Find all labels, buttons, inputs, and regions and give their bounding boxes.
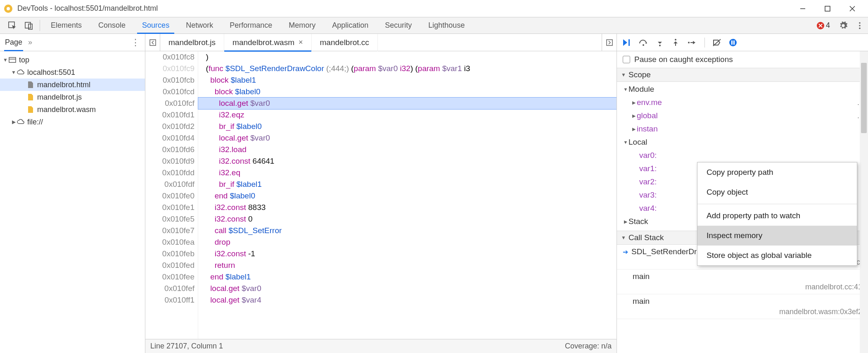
code-line: br_if $label0 bbox=[198, 121, 617, 132]
step-over-icon[interactable] bbox=[638, 38, 648, 47]
current-frame-icon: ➔ bbox=[623, 248, 628, 256]
cursor-position: Line 27107, Column 1 bbox=[150, 342, 223, 351]
gutter-address[interactable]: 0x010fe7 bbox=[149, 225, 194, 236]
scope-module-item[interactable]: ▶global… bbox=[617, 109, 868, 122]
tree-host[interactable]: ▼localhost:5501 bbox=[0, 66, 145, 79]
file-tab-js[interactable]: mandelbrot.js bbox=[160, 34, 224, 51]
gutter-address[interactable]: 0x010fdf bbox=[149, 179, 194, 190]
pause-exceptions-icon[interactable] bbox=[729, 38, 737, 47]
scope-local-item[interactable]: var0: bbox=[617, 149, 868, 162]
tab-sources[interactable]: Sources bbox=[134, 17, 178, 33]
gutter-address[interactable]: 0x010fd1 bbox=[149, 109, 194, 121]
callstack-frame[interactable]: mainmandelbrot.cc:41 bbox=[617, 270, 868, 294]
tree-top[interactable]: ▼top bbox=[0, 54, 145, 66]
context-menu-item[interactable]: Add property path to watch bbox=[697, 206, 857, 226]
scrollbar[interactable] bbox=[860, 51, 868, 353]
tree-file-js[interactable]: mandelbrot.js bbox=[0, 91, 145, 103]
context-menu-item[interactable]: Copy property path bbox=[697, 162, 857, 182]
device-toolbar-icon[interactable] bbox=[21, 17, 37, 33]
gutter-address[interactable]: 0x010feb bbox=[149, 248, 194, 260]
gutter-address[interactable]: 0x010fd6 bbox=[149, 144, 194, 155]
tree-file-wasm[interactable]: mandelbrot.wasm bbox=[0, 103, 145, 116]
tree-file-html[interactable]: mandelbrot.html bbox=[0, 79, 145, 91]
sidebar-tabs-overflow-icon[interactable]: » bbox=[28, 38, 32, 47]
step-into-icon[interactable] bbox=[656, 38, 664, 47]
gutter-address[interactable]: 0x010fe0 bbox=[149, 190, 194, 202]
svg-point-9 bbox=[859, 22, 861, 24]
prev-file-icon[interactable] bbox=[145, 34, 160, 51]
code-line: i32.load bbox=[198, 144, 617, 155]
tree-file-scheme[interactable]: ▶file:// bbox=[0, 116, 145, 128]
close-button[interactable] bbox=[840, 0, 865, 17]
inspect-element-icon[interactable] bbox=[4, 17, 21, 33]
scope-module-item[interactable]: ▶env.me… bbox=[617, 96, 868, 109]
pause-on-caught-row[interactable]: Pause on caught exceptions bbox=[617, 51, 868, 68]
error-count-badge[interactable]: 4 bbox=[817, 17, 830, 33]
gutter-address[interactable]: 0x010fee bbox=[149, 271, 194, 283]
resume-icon[interactable] bbox=[622, 38, 631, 47]
gutter-address[interactable]: 0x010fcd bbox=[149, 86, 194, 98]
svg-point-1 bbox=[7, 7, 10, 10]
code-line: i32.eqz bbox=[198, 109, 617, 121]
svg-rect-16 bbox=[628, 39, 630, 46]
gutter-address[interactable]: 0x010fc8 bbox=[149, 51, 194, 63]
gutter-address[interactable]: 0x010ff1 bbox=[149, 294, 194, 306]
scope-local[interactable]: ▼Local bbox=[617, 136, 868, 149]
maximize-button[interactable] bbox=[815, 0, 840, 17]
error-icon bbox=[817, 22, 824, 29]
gutter-address[interactable]: 0x010fe5 bbox=[149, 213, 194, 225]
minimize-button[interactable] bbox=[790, 0, 815, 17]
source-file-tabs: mandelbrot.js mandelbrot.wasm× mandelbro… bbox=[145, 34, 617, 51]
sidebar-tab-page[interactable]: Page bbox=[5, 38, 22, 47]
sidebar-more-icon[interactable]: ⋮ bbox=[131, 37, 140, 48]
more-menu-icon[interactable] bbox=[851, 17, 868, 33]
context-menu-item[interactable]: Copy object bbox=[697, 182, 857, 202]
callstack-fn: main bbox=[633, 297, 650, 306]
svg-rect-24 bbox=[733, 41, 735, 45]
gutter-address[interactable]: 0x010fe1 bbox=[149, 202, 194, 213]
context-menu-item[interactable]: Store object as global variable bbox=[697, 246, 857, 265]
gutter-address[interactable]: 0x010fef bbox=[149, 283, 194, 294]
separator bbox=[704, 38, 705, 48]
step-out-icon[interactable] bbox=[671, 38, 680, 47]
gutter-address[interactable]: 0x010fd2 bbox=[149, 121, 194, 132]
context-menu-item[interactable]: Inspect memory bbox=[697, 226, 857, 246]
tab-performance[interactable]: Performance bbox=[221, 17, 280, 33]
gutter-address[interactable]: 0x010fcf bbox=[149, 98, 194, 109]
tab-network[interactable]: Network bbox=[178, 17, 221, 33]
tree-file-label: mandelbrot.html bbox=[37, 81, 90, 89]
settings-icon[interactable] bbox=[835, 17, 851, 33]
deactivate-breakpoints-icon[interactable] bbox=[712, 38, 721, 47]
scope-key: instan bbox=[637, 124, 658, 134]
gutter-address[interactable]: 0x010fdd bbox=[149, 167, 194, 179]
scope-section-header[interactable]: ▼Scope bbox=[617, 68, 868, 82]
svg-point-20 bbox=[688, 42, 690, 43]
code-line: (func $SDL_SetRenderDrawColor (;444;) (p… bbox=[198, 63, 617, 74]
close-file-icon[interactable]: × bbox=[299, 38, 303, 47]
file-tab-wasm[interactable]: mandelbrot.wasm× bbox=[224, 34, 311, 51]
tab-console[interactable]: Console bbox=[90, 17, 134, 33]
context-menu: Copy property pathCopy objectAdd propert… bbox=[697, 162, 857, 266]
scope-module-item[interactable]: ▶instan bbox=[617, 122, 868, 136]
next-file-icon[interactable] bbox=[602, 34, 617, 51]
scope-module[interactable]: ▼Module bbox=[617, 83, 868, 96]
code-editor[interactable]: 0x010fc80x010fc90x010fcb0x010fcd0x010fcf… bbox=[145, 51, 617, 339]
checkbox[interactable] bbox=[623, 56, 630, 63]
tab-lighthouse[interactable]: Lighthouse bbox=[420, 17, 473, 33]
devtools-icon bbox=[3, 4, 13, 14]
step-icon[interactable] bbox=[687, 38, 697, 47]
file-tab-cc[interactable]: mandelbrot.cc bbox=[312, 34, 378, 51]
gutter-address[interactable]: 0x010fea bbox=[149, 236, 194, 248]
code-line: i32.const 0 bbox=[198, 213, 617, 225]
gutter-address[interactable]: 0x010fc9 bbox=[149, 63, 194, 74]
gutter-address[interactable]: 0x010fed bbox=[149, 260, 194, 271]
callstack-frame[interactable]: mainmandelbrot.wasm:0x3ef2 bbox=[617, 294, 868, 319]
gutter-address[interactable]: 0x010fcb bbox=[149, 74, 194, 86]
tab-memory[interactable]: Memory bbox=[280, 17, 324, 33]
gutter-address[interactable]: 0x010fd9 bbox=[149, 155, 194, 167]
tab-elements[interactable]: Elements bbox=[43, 17, 90, 33]
tab-application[interactable]: Application bbox=[324, 17, 377, 33]
scrollbar-thumb[interactable] bbox=[861, 63, 867, 133]
gutter-address[interactable]: 0x010fd4 bbox=[149, 132, 194, 144]
tab-security[interactable]: Security bbox=[377, 17, 420, 33]
